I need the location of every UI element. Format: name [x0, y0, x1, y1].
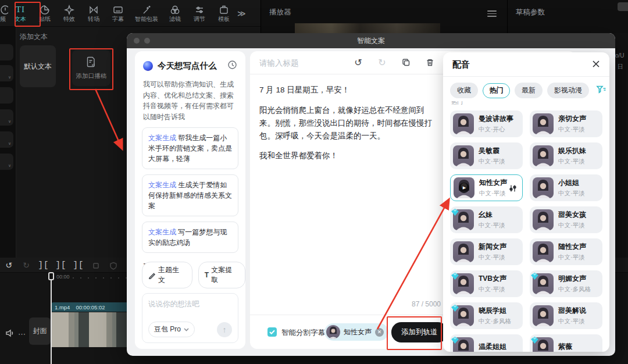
voice-card[interactable]: ▶ 新闻女声 中文·平淡: [450, 238, 523, 265]
suggestion-card[interactable]: 文案生成 帮我生成一篇小米手环的营销文案，卖点是大屏幕，轻薄: [142, 127, 238, 169]
title-input[interactable]: 请输入标题: [259, 58, 299, 69]
filter-favorites[interactable]: 收藏: [450, 83, 478, 98]
section-label: 添加文本: [20, 32, 48, 42]
theme-to-text-button[interactable]: 主题生文: [142, 262, 192, 288]
voice-card[interactable]: ▶ 吴敏霞 中文·平淡: [450, 142, 523, 169]
copy-paragraph: 7 月 18 日星期五，早安！: [259, 84, 435, 97]
voice-card[interactable]: ▶ 幺妹 中文·平淡: [450, 206, 523, 233]
default-text-card[interactable]: 默认文本: [20, 45, 56, 87]
prompt-input[interactable]: 说说你的想法吧 豆包 Pro ↑: [142, 293, 238, 343]
undo-icon[interactable]: ↺: [354, 57, 363, 67]
toolbar-tab-effects[interactable]: 特效: [57, 4, 81, 22]
filter-hot[interactable]: 热门: [483, 83, 510, 98]
voice-card[interactable]: ▶ 亲切女声 中文·平淡: [530, 110, 602, 137]
toolbar-tab-transition[interactable]: 转场: [81, 4, 106, 22]
split-left-icon[interactable]: ][: [52, 260, 70, 270]
playhead-handle[interactable]: [48, 272, 54, 280]
voice-card[interactable]: ▶ 明媚女声 中文·多风格: [530, 270, 602, 297]
voice-avatar: ▶: [453, 241, 474, 262]
trash-icon[interactable]: [425, 57, 434, 67]
track-more-icon[interactable]: ⋯: [18, 330, 26, 338]
selected-voice-chip[interactable]: 知性女声 ✕: [324, 323, 388, 341]
toolbar-tab-audio-partial[interactable]: 频: [0, 4, 8, 22]
voice-desc: 中文·平淡: [558, 190, 585, 198]
voice-avatar: ▶: [454, 177, 474, 198]
player-menu-icon[interactable]: [487, 9, 497, 19]
voice-card[interactable]: ▶ 紫薇: [530, 334, 602, 352]
window-dot[interactable]: [144, 38, 150, 44]
ruler-timestamp: 00:00: [56, 274, 70, 280]
voice-card[interactable]: ▶ 知性女声 中文·平淡: [450, 174, 523, 201]
redo-icon[interactable]: ↻: [17, 260, 35, 270]
toolbar-more-button[interactable]: ≫: [237, 9, 246, 18]
copy-paragraph: 阳光会悄悄爬上窗台，就像好运总在不经意间到来。别慌，那些没说出口的期待，时间都在…: [259, 104, 435, 142]
mask-icon[interactable]: [105, 260, 122, 269]
voice-desc: 中文·平淡: [479, 158, 505, 166]
voice-card[interactable]: ▶ TVB女声 中文·平淡: [450, 270, 523, 297]
voice-desc: 中文·平淡: [558, 317, 586, 326]
toolbar-tab-label: 转场: [88, 16, 99, 22]
suggestion-card[interactable]: 文案生成 写一篇梦想与现实的励志鸡汤: [142, 222, 238, 253]
player-panel: 播放器: [261, 0, 507, 33]
pencil-icon: [148, 272, 156, 279]
rail-item[interactable]: ∨: [0, 131, 13, 148]
rail-item[interactable]: ∨: [0, 65, 13, 81]
crop-icon[interactable]: [87, 260, 105, 269]
cover-label: 封面: [33, 326, 47, 336]
voice-card[interactable]: ▶ 娱乐扒妹 中文·平淡: [530, 142, 602, 169]
voice-name: 明媚女声: [558, 274, 591, 284]
window-dot[interactable]: [134, 38, 140, 44]
suggestion-card[interactable]: 文案生成 生成关于爱情如何保持新鲜感的情感关系文案: [142, 174, 238, 216]
ai-assistant-panel: 今天想写点什么 我可以帮助你查询知识、生成内容、优化和总结文案、搜索抖音视频等，…: [135, 51, 245, 349]
toolbar-tab-smart-package[interactable]: 智能包装: [130, 4, 163, 22]
rail-item[interactable]: [0, 44, 13, 60]
filter-film-anime[interactable]: 影视动漫: [547, 83, 589, 98]
chevron-down-icon: [184, 328, 189, 331]
split-right-icon[interactable]: ][: [70, 260, 87, 270]
rail-item[interactable]: ∨: [0, 154, 13, 170]
voice-name: 温柔姐姐: [479, 342, 506, 352]
voice-settings-icon[interactable]: [509, 184, 517, 195]
annotation-box-add-track: [387, 316, 442, 350]
undo-icon[interactable]: ↺: [0, 260, 17, 270]
voice-card[interactable]: ▶ 甜美女孩 中文·平淡: [530, 206, 602, 233]
assistant-intro: 我可以帮助你查询知识、生成内容、优化和总结文案、搜索抖音视频等，有任何需求都可以…: [143, 79, 240, 122]
cover-button[interactable]: 封面: [29, 317, 51, 345]
track-mute-icon[interactable]: [5, 329, 15, 340]
copy-text-area[interactable]: 7 月 18 日星期五，早安！ 阳光会悄悄爬上窗台，就像好运总在不经意间到来。别…: [259, 84, 435, 162]
copy-icon[interactable]: [401, 57, 411, 67]
playhead-line: [51, 280, 52, 364]
rail-item[interactable]: ∨: [0, 109, 13, 126]
voice-desc: 中文·开心: [479, 126, 513, 134]
voice-card[interactable]: ▶ 晓辰学姐 中文·多风格: [450, 302, 523, 329]
copy-extract-button[interactable]: T 文案提取: [198, 262, 245, 288]
send-button[interactable]: ↑: [217, 322, 232, 337]
model-selector[interactable]: 豆包 Pro: [148, 322, 195, 337]
voice-avatar: ▶: [453, 145, 474, 166]
filter-funnel-icon[interactable]: [596, 85, 606, 97]
toolbar-tab-adjust[interactable]: 调节: [187, 4, 212, 22]
toolbar-tab-template[interactable]: 模板: [212, 4, 236, 22]
redo-icon[interactable]: ↻: [377, 57, 387, 67]
remove-voice-icon[interactable]: ✕: [375, 328, 384, 337]
voice-card[interactable]: ▶ 小姐姐 中文·平淡: [530, 174, 602, 201]
rail-item[interactable]: [0, 87, 13, 104]
split-icon[interactable]: ][: [35, 260, 52, 270]
voice-desc: 中文·平淡: [479, 190, 507, 198]
voice-avatar: ▶: [533, 145, 554, 166]
voice-card[interactable]: ▶ 甜美解说 中文·平淡: [530, 302, 602, 329]
filter-newest[interactable]: 最新: [515, 83, 543, 98]
split-caption-checkbox[interactable]: [267, 327, 277, 337]
voice-card[interactable]: ▶ 随性女声 中文·平淡: [530, 238, 602, 265]
voice-name: 曼波讲故事: [479, 114, 513, 124]
voice-card[interactable]: ▶ 温柔姐姐: [450, 334, 523, 352]
voice-card[interactable]: ▶ 曼波讲故事 中文·开心: [450, 110, 523, 137]
audio-icon: [0, 4, 8, 15]
toolbar-tab-captions[interactable]: 字幕: [106, 4, 130, 22]
draft-params-panel: 草稿参数: [507, 0, 628, 33]
play-icon[interactable]: ▶: [459, 183, 469, 193]
close-icon[interactable]: [591, 59, 602, 70]
toolbar-tab-filters[interactable]: 滤镜: [163, 4, 187, 22]
history-clock-icon[interactable]: [227, 60, 237, 72]
video-clip[interactable]: 1.mp4 00:00:05:02: [51, 302, 127, 364]
